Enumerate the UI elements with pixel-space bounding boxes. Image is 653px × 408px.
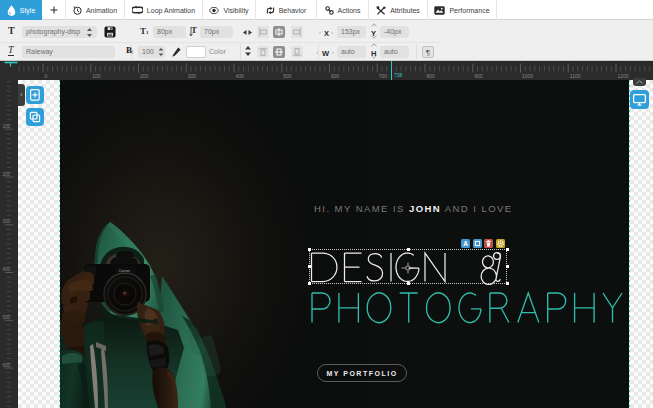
svg-text:A: A bbox=[463, 240, 468, 247]
